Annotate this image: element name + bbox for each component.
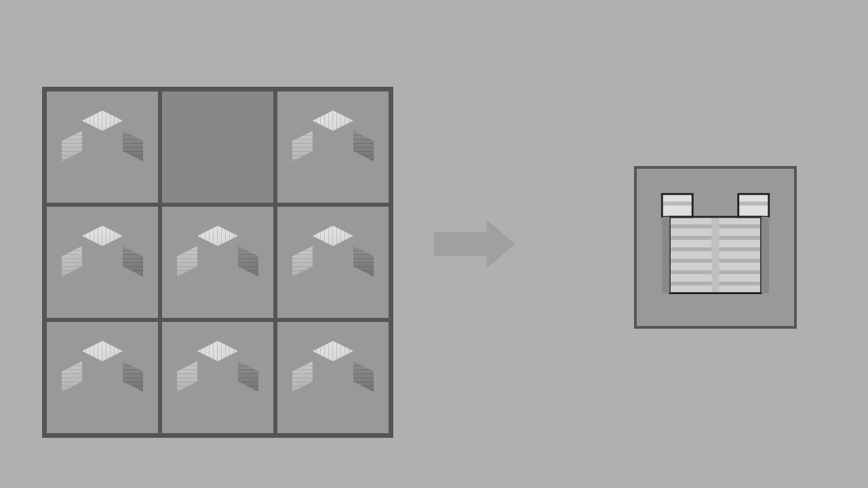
chestplate-icon xyxy=(654,186,776,308)
svg-rect-2 xyxy=(692,194,738,209)
grid-cell-1-1[interactable] xyxy=(160,205,275,320)
result-slot[interactable] xyxy=(634,166,797,329)
svg-rect-11 xyxy=(738,202,769,206)
block-2-1 xyxy=(177,341,258,414)
block-1-1 xyxy=(177,226,258,299)
block-2-2 xyxy=(292,341,374,414)
svg-rect-16 xyxy=(662,217,669,293)
grid-cell-0-2[interactable] xyxy=(275,89,391,205)
grid-cell-1-0[interactable] xyxy=(45,205,160,320)
grid-cell-0-0[interactable] xyxy=(45,89,160,205)
svg-rect-10 xyxy=(662,202,692,206)
grid-cell-2-0[interactable] xyxy=(45,320,160,435)
block-0-0 xyxy=(62,110,143,184)
block-2-0 xyxy=(62,341,143,414)
grid-cell-1-2[interactable] xyxy=(275,205,391,320)
grid-cell-2-2[interactable] xyxy=(275,320,391,435)
svg-rect-12 xyxy=(711,217,719,293)
svg-rect-17 xyxy=(762,217,769,293)
block-0-2 xyxy=(292,110,374,184)
crafting-grid xyxy=(42,87,393,438)
block-1-2 xyxy=(292,226,374,299)
arrow-shape xyxy=(434,220,515,268)
block-1-0 xyxy=(62,226,143,299)
grid-cell-2-1[interactable] xyxy=(160,320,275,435)
grid-cell-0-1[interactable] xyxy=(160,89,275,205)
